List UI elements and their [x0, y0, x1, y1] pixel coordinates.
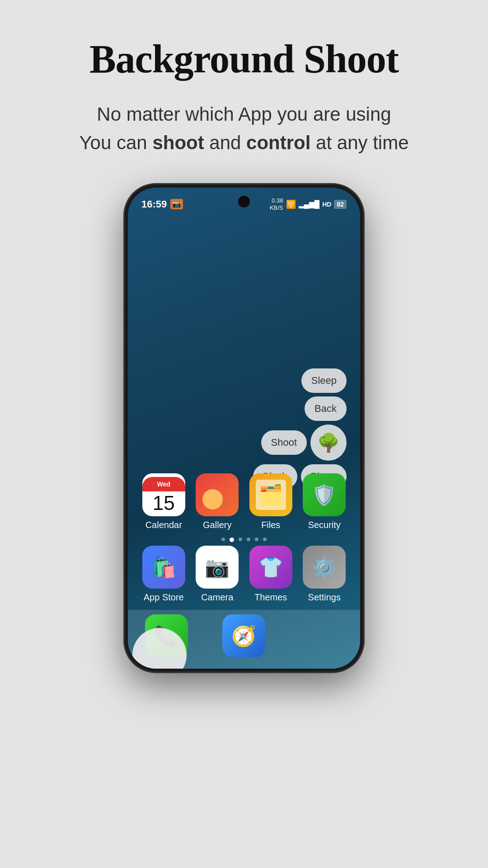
- app-row-2: 🛍️ App Store 📷 Camera: [137, 546, 351, 603]
- app-camera[interactable]: 📷 Camera: [192, 546, 242, 603]
- phone-container: 16:59 📷 0.38KB/S 🛜 ▂▄▆█ HD 82: [124, 184, 364, 690]
- app-calendar[interactable]: Wed 15 Calendar: [139, 473, 188, 530]
- page-subtitle: No matter which App you are using You ca…: [79, 100, 408, 157]
- subtitle-control: control: [246, 132, 310, 153]
- app-files[interactable]: 🗂️ Files: [246, 473, 296, 530]
- calendar-day: Wed: [142, 477, 185, 491]
- phone-screen: 16:59 📷 0.38KB/S 🛜 ▂▄▆█ HD 82: [128, 188, 360, 669]
- app-grid: Wed 15 Calendar Gallery: [128, 473, 360, 610]
- dot-container: [137, 538, 351, 542]
- back-button[interactable]: Back: [305, 396, 347, 421]
- dot-6: [263, 538, 267, 541]
- files-icon: 🗂️: [249, 473, 292, 516]
- subtitle-line1: No matter which App you are using: [97, 104, 391, 125]
- dot-2-active: [230, 538, 234, 542]
- status-right: 0.38KB/S 🛜 ▂▄▆█ HD 82: [270, 197, 347, 211]
- camera-icon: 📷: [196, 546, 239, 589]
- float-sleep-row: Sleep: [301, 368, 347, 393]
- dot-4: [247, 538, 250, 541]
- page-title: Background Shoot: [89, 36, 399, 82]
- dot-3: [239, 538, 242, 541]
- files-label: Files: [261, 520, 280, 530]
- appstore-icon: 🛍️: [142, 546, 185, 589]
- phone-frame: 16:59 📷 0.38KB/S 🛜 ▂▄▆█ HD 82: [124, 184, 364, 672]
- status-time: 16:59: [141, 198, 167, 210]
- gallery-label: Gallery: [203, 520, 231, 530]
- battery-level: 82: [334, 200, 347, 209]
- tree-icon-button[interactable]: 🌳: [310, 425, 347, 461]
- subtitle-shoot: shoot: [152, 132, 204, 153]
- shoot-button[interactable]: Shoot: [261, 430, 307, 455]
- security-label: Security: [308, 520, 341, 530]
- float-shoot-row: Shoot 🌳: [261, 425, 347, 461]
- dock-placeholder: [300, 614, 343, 657]
- settings-icon: ⚙️: [303, 546, 346, 589]
- themes-label: Themes: [254, 592, 287, 603]
- sleep-button[interactable]: Sleep: [301, 368, 347, 393]
- wifi-icon: 🛜: [286, 199, 296, 209]
- signal-icon: ▂▄▆█: [299, 200, 320, 208]
- app-settings[interactable]: ⚙️ Settings: [300, 546, 349, 603]
- status-speed: 0.38KB/S: [270, 197, 283, 211]
- dot-1: [221, 538, 225, 541]
- gallery-icon: [196, 473, 239, 516]
- app-security[interactable]: 🛡️ Security: [300, 473, 349, 530]
- page-wrapper: Background Shoot No matter which App you…: [0, 0, 488, 690]
- hd-badge: HD: [322, 201, 331, 208]
- dot-5: [255, 538, 258, 541]
- calendar-icon: Wed 15: [142, 473, 185, 516]
- settings-label: Settings: [308, 592, 341, 603]
- calendar-label: Calendar: [145, 520, 182, 530]
- floating-menu: Sleep Back Shoot 🌳 Black Photo: [253, 368, 347, 489]
- app-gallery[interactable]: Gallery: [192, 473, 242, 530]
- subtitle-line2-pre: You can: [79, 132, 152, 153]
- app-row-1: Wed 15 Calendar Gallery: [137, 473, 351, 530]
- phone-notch: [238, 196, 250, 208]
- calendar-date: 15: [153, 493, 175, 513]
- themes-icon: 👕: [249, 546, 292, 589]
- app-appstore[interactable]: 🛍️ App Store: [139, 546, 188, 603]
- appstore-label: App Store: [144, 592, 184, 603]
- security-icon: 🛡️: [303, 473, 346, 516]
- subtitle-and: and: [204, 132, 246, 153]
- camera-status-icon: 📷: [170, 199, 183, 209]
- dock-browser[interactable]: 🧭: [222, 614, 265, 657]
- float-back-row: Back: [305, 396, 347, 421]
- subtitle-end: at any time: [310, 132, 408, 153]
- camera-label: Camera: [201, 592, 233, 603]
- app-themes[interactable]: 👕 Themes: [246, 546, 296, 603]
